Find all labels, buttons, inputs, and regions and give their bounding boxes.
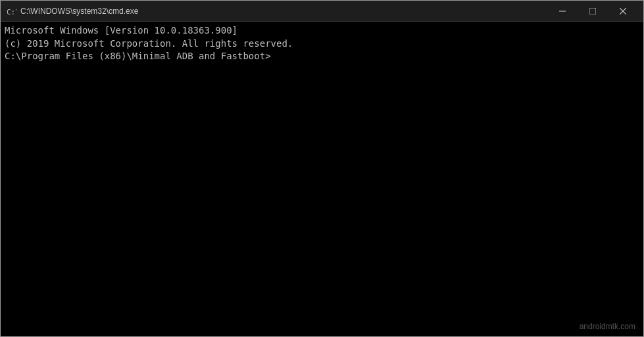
terminal-line-4: C:\Program Files (x86)\Minimal ADB and F…: [5, 50, 639, 63]
maximize-button[interactable]: [578, 1, 608, 22]
cmd-window: C:\ C:\WINDOWS\system32\cmd.exe: [0, 0, 644, 337]
svg-text:C:\: C:\: [7, 8, 16, 16]
terminal-line-1: Microsoft Windows [Version 10.0.18363.90…: [5, 24, 639, 38]
window-title: C:\WINDOWS\system32\cmd.exe: [20, 7, 547, 16]
cmd-icon: C:\: [6, 6, 16, 16]
terminal-body[interactable]: Microsoft Windows [Version 10.0.18363.90…: [1, 22, 643, 336]
close-icon: [620, 8, 626, 14]
svg-rect-3: [589, 8, 596, 14]
minimize-button[interactable]: [547, 1, 578, 22]
terminal-line-2: (c) 2019 Microsoft Corporation. All righ…: [5, 38, 639, 51]
maximize-icon: [589, 8, 596, 14]
window-controls: [547, 1, 638, 22]
title-bar: C:\ C:\WINDOWS\system32\cmd.exe: [1, 1, 643, 22]
watermark: androidmtk.com: [580, 321, 635, 332]
minimize-icon: [559, 8, 566, 14]
svg-rect-2: [559, 11, 566, 11]
close-button[interactable]: [608, 1, 638, 22]
